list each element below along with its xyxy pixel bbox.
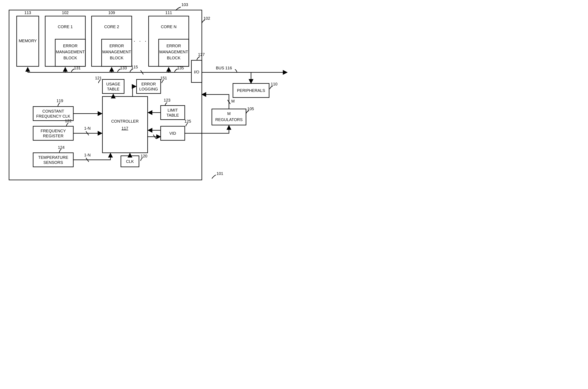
constclk-l2: FREQUENCY CLK xyxy=(36,114,70,118)
vid-label: VID xyxy=(169,131,176,135)
ref-102-side: 102 xyxy=(203,16,210,21)
temp-l1: TEMPERATURE xyxy=(38,155,68,160)
embN-l3: BLOCK xyxy=(167,56,181,60)
ref-113: 113 xyxy=(24,10,31,15)
usage-l1: USAGE xyxy=(106,82,120,86)
constclk-l1: CONSTANT xyxy=(42,109,64,113)
mreg-slash-m: M xyxy=(231,99,235,103)
limit-l1: LIMIT xyxy=(168,108,178,112)
mreg-l1: M xyxy=(227,111,231,116)
ref-123: 123 xyxy=(164,98,170,102)
limit-block xyxy=(161,105,185,120)
leader-102-side xyxy=(202,20,205,23)
ref-131: 131 xyxy=(74,66,81,70)
freqreg-l2: REGISTER xyxy=(43,134,63,138)
embN-l2: MANAGEMENT xyxy=(159,50,188,54)
temp-l2: SENSORS xyxy=(43,160,63,165)
limit-l2: TABLE xyxy=(167,113,179,117)
temp-block xyxy=(33,153,73,167)
emb1-l1: ERROR xyxy=(63,44,78,48)
leader-101 xyxy=(212,175,216,179)
leader-110 xyxy=(270,86,273,89)
peripherals-label: PERIPHERALS xyxy=(237,88,265,93)
ref-121: 121 xyxy=(95,76,102,80)
ref-core2: 109 xyxy=(108,10,115,15)
ref-125: 125 xyxy=(184,119,191,124)
controller-label: CONTROLLER xyxy=(111,119,139,124)
mreg-to-ic xyxy=(202,95,229,109)
coreN-label: CORE N xyxy=(161,25,176,29)
leader-116 xyxy=(235,69,237,72)
ref-117: 117 xyxy=(121,126,128,130)
core-ellipsis: . . . xyxy=(134,36,148,43)
ref-core1: 102 xyxy=(62,10,68,15)
core2-label: CORE 2 xyxy=(104,25,119,29)
errlog-block xyxy=(137,79,161,94)
emb2-l2: MANAGEMENT xyxy=(102,50,131,54)
ref-122: 122 xyxy=(65,119,72,123)
ref-120: 120 xyxy=(140,154,147,158)
memory-label: MEMORY xyxy=(19,39,37,43)
bus-116-label: BUS 116 xyxy=(216,66,232,70)
ref-133: 133 xyxy=(120,66,127,70)
io-label: I/O xyxy=(194,70,199,74)
errlog-l1: ERROR xyxy=(141,82,156,86)
ref-127: 127 xyxy=(198,52,205,57)
freqreg-1n: 1-N xyxy=(84,126,91,130)
mreg-l2: REGULATORS xyxy=(215,117,243,122)
ref-101: 101 xyxy=(217,171,223,176)
embN-l1: ERROR xyxy=(167,44,181,48)
ref-110: 110 xyxy=(271,82,277,86)
clk-label: CLK xyxy=(126,159,134,164)
freqreg-block xyxy=(33,126,73,140)
ref-115: 115 xyxy=(131,65,138,69)
emb1-l2: MANAGEMENT xyxy=(56,50,84,54)
ref-124: 124 xyxy=(58,145,64,150)
temp-1n: 1-N xyxy=(84,153,91,157)
leader-105 xyxy=(246,111,249,114)
emb2-l3: BLOCK xyxy=(110,56,123,60)
ref-103: 103 xyxy=(181,2,188,7)
ref-151: 151 xyxy=(160,76,167,80)
emb2-l1: ERROR xyxy=(110,44,124,48)
emb1-l3: BLOCK xyxy=(63,56,77,60)
errlog-l2: LOGGING xyxy=(139,87,158,91)
controller-block xyxy=(102,97,148,153)
freqreg-l1: FREQUENCY xyxy=(41,129,66,133)
ref-119: 119 xyxy=(56,98,63,103)
usage-table-block xyxy=(102,79,124,94)
ref-135: 135 xyxy=(177,66,184,70)
ref-coreN: 111 xyxy=(165,10,172,15)
ref-105: 105 xyxy=(247,106,254,111)
core1-label: CORE 1 xyxy=(58,25,73,29)
usage-l2: TABLE xyxy=(107,87,119,91)
